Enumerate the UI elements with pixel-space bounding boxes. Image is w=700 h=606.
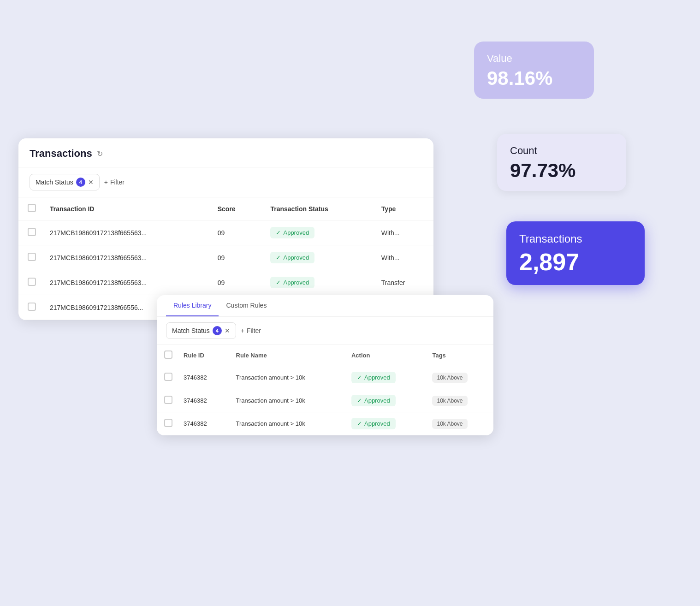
col-transaction-id: Transaction ID [41, 197, 208, 220]
rules-row-checkbox-cell [157, 412, 176, 435]
count-card-number: 97.73% [510, 160, 613, 182]
count-card: Count 97.73% [497, 134, 626, 191]
rules-action-badge: ✓ Approved [351, 372, 396, 383]
row-checkbox[interactable] [28, 228, 36, 236]
rules-header-checkbox[interactable] [164, 351, 172, 359]
rules-col-rule-name: Rule Name [229, 345, 344, 366]
table-row: 3746382 Transaction amount > 10k ✓ Appro… [157, 412, 493, 435]
row-checkbox[interactable] [28, 278, 36, 286]
row-type: Transfer [372, 270, 433, 295]
col-score: Score [208, 197, 261, 220]
main-transactions-panel: Transactions ↻ Match Status 4 ✕ + Filter… [18, 138, 433, 320]
value-card-label: Value [487, 53, 581, 65]
rules-filter-badge: 4 [213, 326, 222, 335]
rules-row-action: ✓ Approved [344, 412, 425, 435]
rules-row-checkbox[interactable] [164, 373, 172, 381]
rules-row-checkbox-cell [157, 389, 176, 412]
status-badge: ✓ Approved [270, 252, 314, 263]
row-transaction-id: 217MCB198609172138f665563... [41, 270, 208, 295]
rules-col-tags: Tags [425, 345, 493, 366]
rules-table: Rule ID Rule Name Action Tags 3746382 Tr… [157, 345, 493, 435]
row-type: With... [372, 245, 433, 270]
col-type: Type [372, 197, 433, 220]
rules-col-rule-id: Rule ID [176, 345, 229, 366]
rules-add-filter-button[interactable]: + Filter [241, 327, 261, 334]
transactions-card-label: Transactions [519, 232, 632, 245]
rules-filter-close-icon[interactable]: ✕ [225, 327, 230, 334]
filter-label: Filter [110, 178, 125, 186]
value-card-number: 98.16% [487, 67, 581, 89]
rules-table-container: Rule ID Rule Name Action Tags 3746382 Tr… [157, 345, 493, 435]
header-checkbox[interactable] [28, 204, 36, 212]
tag-badge: 10k Above [432, 419, 467, 429]
row-score: 09 [208, 270, 261, 295]
rules-header-checkbox-cell [157, 345, 176, 366]
row-score: 09 [208, 245, 261, 270]
filter-close-icon[interactable]: ✕ [88, 178, 94, 186]
tag-badge: 10k Above [432, 373, 467, 383]
table-row: 217MCB198609172138f665563... 09 ✓ Approv… [18, 270, 433, 295]
row-status: ✓ Approved [261, 270, 372, 295]
rules-row-tag: 10k Above [425, 366, 493, 389]
value-card: Value 98.16% [474, 42, 594, 99]
status-badge: ✓ Approved [270, 227, 314, 238]
check-icon: ✓ [276, 279, 281, 286]
row-checkbox[interactable] [28, 303, 36, 311]
rules-row-tag: 10k Above [425, 412, 493, 435]
table-row: 217MCB198609172138f665563... 09 ✓ Approv… [18, 220, 433, 245]
filter-tag-label: Match Status [36, 178, 73, 186]
rules-row-id: 3746382 [176, 366, 229, 389]
rules-panel: Rules Library Custom Rules Match Status … [157, 295, 493, 435]
check-icon: ✓ [276, 254, 281, 261]
check-icon: ✓ [276, 229, 281, 236]
transactions-card: Transactions 2,897 [506, 221, 645, 285]
row-status: ✓ Approved [261, 245, 372, 270]
refresh-icon[interactable]: ↻ [97, 149, 103, 158]
rules-plus-icon: + [241, 327, 244, 334]
rules-row-action: ✓ Approved [344, 389, 425, 412]
rules-row-name: Transaction amount > 10k [229, 366, 344, 389]
panel-title: Transactions [30, 148, 92, 160]
tab-rules-library[interactable]: Rules Library [166, 295, 219, 316]
rules-row-action: ✓ Approved [344, 366, 425, 389]
rules-tabs: Rules Library Custom Rules [157, 295, 493, 317]
add-filter-button[interactable]: + Filter [104, 178, 125, 186]
rules-filters: Match Status 4 ✕ + Filter [157, 317, 493, 345]
rules-row-checkbox[interactable] [164, 396, 172, 404]
table-header-row: Transaction ID Score Transaction Status … [18, 197, 433, 220]
rules-row-id: 3746382 [176, 389, 229, 412]
row-checkbox-cell [18, 295, 41, 320]
row-score: 09 [208, 220, 261, 245]
table-row: 3746382 Transaction amount > 10k ✓ Appro… [157, 389, 493, 412]
rules-header-row: Rule ID Rule Name Action Tags [157, 345, 493, 366]
rules-col-action: Action [344, 345, 425, 366]
row-status: ✓ Approved [261, 220, 372, 245]
col-transaction-status: Transaction Status [261, 197, 372, 220]
rules-check-icon: ✓ [357, 374, 362, 381]
rules-row-id: 3746382 [176, 412, 229, 435]
tab-custom-rules[interactable]: Custom Rules [219, 295, 274, 316]
row-checkbox-cell [18, 220, 41, 245]
rules-row-tag: 10k Above [425, 389, 493, 412]
row-checkbox[interactable] [28, 253, 36, 261]
panel-filters: Match Status 4 ✕ + Filter [18, 167, 433, 197]
rules-row-checkbox[interactable] [164, 419, 172, 427]
header-checkbox-cell [18, 197, 41, 220]
row-checkbox-cell [18, 270, 41, 295]
table-row: 217MCB198609172138f665563... 09 ✓ Approv… [18, 245, 433, 270]
rules-match-status-filter[interactable]: Match Status 4 ✕ [166, 322, 236, 339]
row-transaction-id: 217MCB198609172138f665563... [41, 245, 208, 270]
status-badge: ✓ Approved [270, 277, 314, 288]
transactions-card-number: 2,897 [519, 248, 632, 276]
rules-check-icon: ✓ [357, 420, 362, 427]
plus-icon: + [104, 178, 108, 186]
row-type: With... [372, 220, 433, 245]
row-checkbox-cell [18, 245, 41, 270]
match-status-filter[interactable]: Match Status 4 ✕ [30, 174, 100, 190]
tag-badge: 10k Above [432, 396, 467, 406]
rules-check-icon: ✓ [357, 397, 362, 404]
rules-row-name: Transaction amount > 10k [229, 389, 344, 412]
rules-action-badge: ✓ Approved [351, 418, 396, 429]
panel-header: Transactions ↻ [18, 138, 433, 167]
filter-badge: 4 [76, 178, 85, 187]
